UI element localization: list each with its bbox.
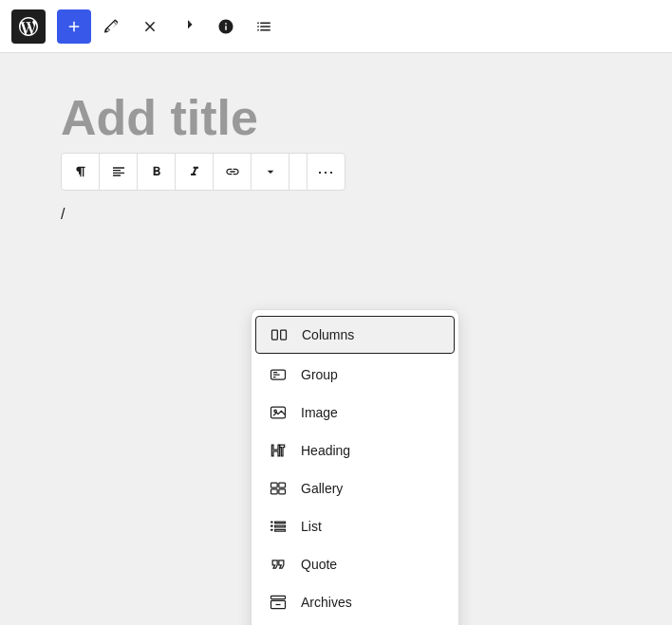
group-label: Group	[301, 367, 338, 382]
heading-icon	[267, 439, 289, 462]
align-button[interactable]	[100, 154, 138, 190]
quote-icon	[267, 553, 289, 576]
columns-icon	[268, 323, 290, 346]
more-options-button[interactable]	[252, 154, 289, 190]
redo-button[interactable]	[171, 9, 205, 44]
svg-rect-0	[272, 330, 278, 340]
group-icon	[267, 363, 289, 386]
block-insertion-menu: Columns Group Image	[251, 309, 459, 625]
list-icon	[267, 515, 289, 538]
block-menu-item-quote[interactable]: Quote	[252, 545, 458, 583]
block-menu-item-image[interactable]: Image	[252, 394, 458, 432]
edit-button[interactable]	[95, 9, 129, 44]
bold-button[interactable]	[138, 154, 176, 190]
info-button[interactable]	[209, 9, 243, 44]
block-menu-item-audio[interactable]: Audio	[252, 621, 458, 625]
block-menu-item-list[interactable]: List	[252, 507, 458, 545]
heading-label: Heading	[301, 443, 350, 458]
add-block-button[interactable]	[57, 9, 91, 44]
list-label: List	[301, 519, 322, 534]
columns-label: Columns	[302, 327, 354, 342]
quote-label: Quote	[301, 557, 337, 572]
slash-character: /	[61, 206, 65, 222]
block-options-button[interactable]: ⋯	[307, 154, 345, 190]
svg-rect-8	[279, 489, 286, 494]
block-toolbar: ⋯	[61, 153, 345, 191]
page-title[interactable]: Add title	[61, 91, 611, 145]
archives-label: Archives	[301, 595, 352, 610]
block-menu-item-columns[interactable]: Columns	[255, 316, 455, 354]
paragraph-button[interactable]	[62, 154, 100, 190]
link-button[interactable]	[214, 154, 252, 190]
block-menu-item-heading[interactable]: Heading	[252, 432, 458, 469]
undo-button[interactable]	[133, 9, 167, 44]
image-label: Image	[301, 405, 338, 420]
main-editor: Add title	[0, 53, 672, 625]
block-menu-item-group[interactable]: Group	[252, 356, 458, 394]
svg-rect-5	[271, 483, 278, 487]
slash-command-area[interactable]: /	[61, 206, 611, 223]
block-menu-item-gallery[interactable]: Gallery	[252, 469, 458, 507]
svg-point-4	[274, 410, 277, 413]
wordpress-logo[interactable]	[11, 9, 46, 44]
gallery-icon	[267, 477, 289, 500]
svg-rect-9	[271, 596, 286, 598]
gallery-label: Gallery	[301, 481, 343, 496]
svg-rect-1	[281, 330, 287, 340]
list-view-button[interactable]	[247, 9, 281, 44]
archives-icon	[267, 591, 289, 614]
svg-rect-7	[271, 489, 278, 494]
block-menu-item-archives[interactable]: Archives	[252, 583, 458, 621]
top-toolbar	[0, 0, 672, 53]
italic-button[interactable]	[176, 154, 214, 190]
image-icon	[267, 401, 289, 424]
svg-rect-6	[279, 483, 286, 487]
